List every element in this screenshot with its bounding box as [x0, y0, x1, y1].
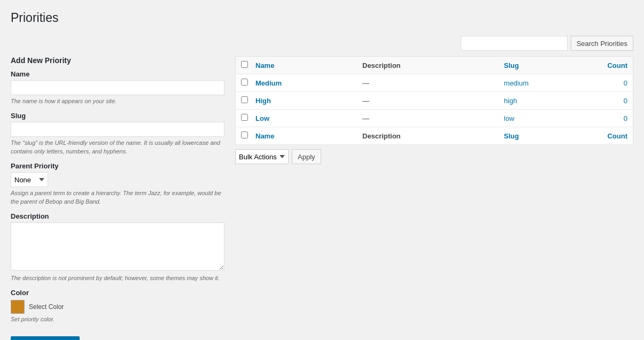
table-header-row: Name Description Slug Count	[236, 57, 633, 74]
header-checkbox-cell	[236, 57, 251, 74]
header-description: Description	[357, 57, 499, 74]
row-slug-1: high	[499, 92, 601, 110]
row-count-2: 0	[601, 110, 633, 127]
header-slug: Slug	[499, 57, 601, 74]
bulk-actions-select[interactable]: Bulk Actions	[235, 149, 289, 164]
add-new-priority-button[interactable]: Add New Priority	[11, 336, 80, 340]
priorities-table-panel: Name Description Slug Count Medium — med…	[235, 56, 633, 164]
row-name-link-1[interactable]: High	[255, 97, 271, 105]
name-input[interactable]	[11, 80, 224, 95]
footer-checkbox-cell	[236, 127, 251, 145]
description-label: Description	[11, 212, 224, 220]
slug-label: Slug	[11, 112, 224, 120]
description-hint: The description is not prominent by defa…	[11, 274, 224, 282]
header-name: Name	[250, 57, 357, 74]
select-color-button[interactable]: Select Color	[29, 303, 64, 311]
color-swatch[interactable]	[11, 300, 25, 314]
row-name-link-2[interactable]: Low	[255, 114, 269, 122]
description-textarea[interactable]	[11, 222, 224, 271]
slug-group: Slug The "slug" is the URL-friendly vers…	[11, 112, 224, 156]
row-desc-0: —	[357, 74, 499, 92]
footer-slug: Slug	[499, 127, 601, 145]
row-checkbox-2[interactable]	[241, 114, 248, 121]
slug-input[interactable]	[11, 122, 224, 137]
apply-button[interactable]: Apply	[292, 149, 321, 164]
select-all-footer-checkbox[interactable]	[241, 132, 248, 138]
search-input[interactable]	[461, 36, 568, 51]
row-slug-0: medium	[499, 74, 601, 92]
description-group: Description The description is not promi…	[11, 212, 224, 282]
add-priority-panel: Add New Priority Name The name is how it…	[11, 56, 224, 340]
row-checkbox-1[interactable]	[241, 96, 248, 103]
row-checkbox-cell	[236, 74, 251, 92]
row-name-1: High	[250, 92, 357, 110]
row-name-link-0[interactable]: Medium	[255, 79, 282, 87]
name-group: Name The name is how it appears on your …	[11, 70, 224, 105]
footer-description: Description	[357, 127, 499, 145]
search-priorities-button[interactable]: Search Priorities	[571, 36, 633, 51]
row-checkbox-cell	[236, 92, 251, 110]
bulk-actions-row: Bulk Actions Apply	[235, 149, 633, 164]
table-row: Medium — medium 0	[236, 74, 633, 92]
footer-name: Name	[250, 127, 357, 145]
table-footer-row: Name Description Slug Count	[236, 127, 633, 145]
row-slug-2: low	[499, 110, 601, 127]
color-group: Color Select Color Set priority color.	[11, 289, 224, 322]
row-name-2: Low	[250, 110, 357, 127]
table-row: High — high 0	[236, 92, 633, 110]
row-desc-1: —	[357, 92, 499, 110]
color-hint: Set priority color.	[11, 316, 224, 322]
footer-count: Count	[601, 127, 633, 145]
slug-hint: The "slug" is the URL-friendly version o…	[11, 139, 224, 156]
parent-select[interactable]: None	[11, 172, 48, 187]
parent-hint: Assign a parent term to create a hierarc…	[11, 189, 224, 206]
header-count: Count	[601, 57, 633, 74]
row-checkbox-cell	[236, 110, 251, 127]
search-bar: Search Priorities	[11, 36, 633, 51]
name-label: Name	[11, 70, 224, 78]
name-hint: The name is how it appears on your site.	[11, 97, 224, 105]
parent-group: Parent Priority None Assign a parent ter…	[11, 162, 224, 206]
row-checkbox-0[interactable]	[241, 79, 248, 86]
priorities-table: Name Description Slug Count Medium — med…	[235, 56, 633, 145]
parent-label: Parent Priority	[11, 162, 224, 170]
table-row: Low — low 0	[236, 110, 633, 127]
color-label: Color	[11, 289, 224, 297]
row-count-0: 0	[601, 74, 633, 92]
page-title: Priorities	[11, 11, 633, 25]
row-name-0: Medium	[250, 74, 357, 92]
add-form-heading: Add New Priority	[11, 56, 224, 65]
row-desc-2: —	[357, 110, 499, 127]
select-all-checkbox[interactable]	[241, 61, 248, 68]
row-count-1: 0	[601, 92, 633, 110]
